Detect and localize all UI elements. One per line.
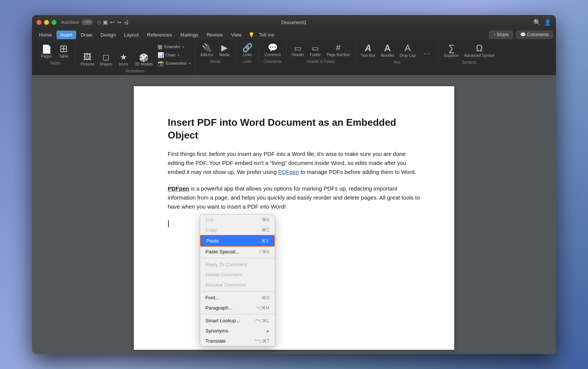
ribbon-shapes[interactable]: ◻ Shapes	[97, 52, 115, 68]
undo-icon[interactable]: ↩	[110, 19, 115, 25]
header-icon: ▭	[294, 44, 302, 52]
cm-translate-label: Translate	[205, 338, 226, 344]
maximize-button[interactable]	[52, 20, 57, 25]
cm-font-shortcut: ⌘D	[262, 295, 270, 300]
ribbon-screenshot[interactable]: 📸 Screenshot ▾	[156, 59, 192, 67]
cm-translate-shortcut: ^⌥⌘T	[255, 339, 270, 344]
traffic-lights	[37, 20, 57, 25]
ribbon-3dmodels[interactable]: 🎲 3D Models	[133, 52, 155, 68]
account-icon[interactable]: 👤	[544, 19, 551, 26]
footer-icon: ▭	[312, 44, 319, 52]
cm-smart-lookup[interactable]: Smart Lookup... ^⌥⌘L	[200, 316, 275, 326]
ribbon-group-symbols: ∑ Equation Ω Advanced Symbol Symbols	[439, 42, 500, 66]
media-icon: ▶	[221, 44, 228, 52]
cm-paragraph-label: Paragraph...	[205, 305, 233, 311]
ribbon-advanced-symbol[interactable]: Ω Advanced Symbol	[462, 42, 497, 59]
cm-font[interactable]: Font... ⌘D	[200, 293, 275, 303]
ribbon-more-text[interactable]: ⋯	[419, 49, 435, 59]
home-icon[interactable]: ⌂	[97, 19, 101, 26]
menu-view[interactable]: View	[227, 30, 245, 39]
cm-paste-special[interactable]: Paste Special... ⇧⌘V	[200, 247, 275, 257]
menu-references[interactable]: References	[143, 30, 176, 39]
icons-icon: ★	[120, 53, 127, 61]
comments-button[interactable]: 💬 Comments	[516, 30, 553, 39]
links-icon: 🔗	[242, 44, 253, 52]
pdfpen-link[interactable]: PDFpen	[278, 169, 299, 175]
ribbon-group-header-footer: ▭ Header ▭ Footer # Page Number Header &…	[286, 42, 356, 65]
chart-arrow: ▾	[178, 53, 179, 57]
close-button[interactable]	[37, 20, 41, 25]
cm-paste-special-shortcut: ⇧⌘V	[258, 249, 270, 255]
media-label: Media	[219, 53, 230, 57]
ribbon-pictures[interactable]: 🖼 Pictures	[78, 52, 96, 68]
menu-design[interactable]: Design	[97, 30, 119, 39]
menu-draw[interactable]: Draw	[77, 30, 96, 39]
cm-cut-shortcut: ⌘X	[262, 217, 270, 223]
minimize-button[interactable]	[44, 20, 49, 25]
cm-reply-comment[interactable]: Reply To Comment	[200, 259, 275, 270]
equation-icon: ∑	[448, 44, 455, 53]
cm-delete-comment[interactable]: Delete Comment	[200, 270, 275, 280]
shapes-icon: ◻	[103, 53, 109, 61]
ribbon-addins[interactable]: 🔌 Add-ins	[198, 42, 216, 58]
ribbon-table[interactable]: ⊞ Table	[55, 42, 72, 60]
shapes-label: Shapes	[100, 62, 112, 66]
ribbon-text-box[interactable]: A Text Box	[358, 42, 377, 59]
3dmodels-label: 3D Models	[135, 62, 153, 66]
menu-bar: Home Insert Draw Design Layout Reference…	[32, 29, 556, 40]
pictures-label: Pictures	[81, 62, 94, 66]
ribbon-chart[interactable]: 📊 Chart ▾	[156, 51, 192, 59]
redo-icon[interactable]: ↪	[117, 19, 121, 25]
cm-resolve-comment[interactable]: Resolve Comment	[200, 280, 275, 290]
cm-synonyms[interactable]: Synonyms	[200, 326, 275, 336]
icons-label: Icons	[119, 62, 128, 66]
cm-copy[interactable]: Copy ⌘C	[200, 225, 275, 235]
menu-mailings[interactable]: Mailings	[177, 30, 202, 39]
ribbon-icons[interactable]: ★ Icons	[115, 52, 132, 68]
ribbon-wordart[interactable]: A WordArt	[378, 42, 397, 59]
ribbon-comment[interactable]: 💬 Comment	[262, 42, 283, 58]
cm-resolve-comment-label: Resolve Comment	[205, 282, 246, 288]
illustrations-group-label: Illustrations	[78, 68, 192, 75]
ribbon-media[interactable]: ▶ Media	[216, 42, 233, 58]
ribbon-footer[interactable]: ▭ Footer	[307, 43, 324, 58]
menu-insert[interactable]: Insert	[57, 30, 77, 39]
smartart-icon: ▦	[158, 44, 162, 50]
menu-layout[interactable]: Layout	[120, 30, 142, 39]
3dmodels-icon: 🎲	[139, 54, 149, 61]
tell-me[interactable]: Tell me	[255, 30, 278, 39]
menu-home[interactable]: Home	[35, 30, 56, 39]
ribbon-smartart[interactable]: ▦ SmartArt ▾	[156, 43, 192, 50]
ribbon-drop-cap[interactable]: A Drop Cap	[397, 42, 418, 59]
document-title: Document1	[282, 20, 306, 25]
cm-paste[interactable]: Paste ⌘V	[200, 235, 275, 247]
menu-review[interactable]: Review	[203, 30, 227, 39]
comment-label: Comment	[264, 53, 280, 57]
square-icon[interactable]: ▣	[103, 19, 108, 25]
more-text-icon: ⋯	[424, 50, 430, 57]
ribbon-links[interactable]: 🔗 Links	[239, 42, 256, 58]
ribbon-pages[interactable]: 📄 Pages	[38, 44, 55, 60]
search-icon[interactable]: 🔍	[533, 19, 541, 26]
cm-paragraph-shortcut: ⌥⌘M	[256, 305, 270, 311]
print-icon[interactable]: 🖨	[124, 19, 129, 25]
ribbon-equation[interactable]: ∑ Equation	[442, 42, 461, 59]
cm-cut-label: Cut	[205, 217, 213, 223]
text-cursor	[168, 220, 169, 227]
cm-translate[interactable]: Translate ^⌥⌘T	[200, 336, 275, 346]
ribbon-header[interactable]: ▭ Header	[289, 43, 306, 58]
equation-label: Equation	[444, 53, 459, 58]
chart-icon: 📊	[158, 52, 164, 58]
cm-paragraph[interactable]: Paragraph... ⌥⌘M	[200, 303, 275, 313]
lightbulb-icon[interactable]: 💡	[248, 32, 254, 38]
ribbon-page-number[interactable]: # Page Number	[325, 42, 352, 58]
cm-divider-3	[200, 314, 275, 314]
page-number-icon: #	[336, 44, 340, 52]
cm-paste-label: Paste	[206, 238, 219, 244]
autosave-toggle[interactable]: OFF	[81, 19, 93, 25]
cm-cut[interactable]: Cut ⌘X	[200, 215, 275, 225]
cm-copy-shortcut: ⌘C	[262, 227, 270, 233]
table-icon: ⊞	[60, 44, 68, 53]
share-button[interactable]: ↑ Share	[489, 30, 513, 39]
comments-group-label: Comments	[262, 58, 283, 65]
